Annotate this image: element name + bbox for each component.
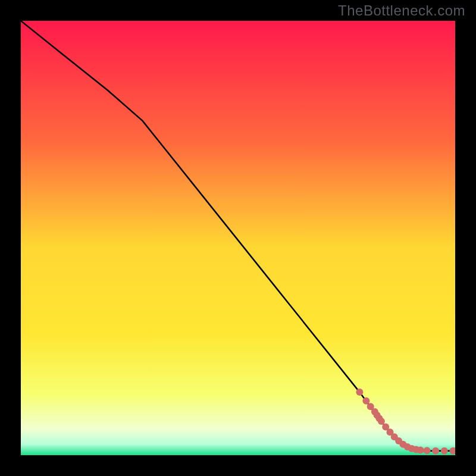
gradient-background [21, 21, 455, 455]
chart-frame: TheBottleneck.com [0, 0, 476, 476]
chart-svg [21, 21, 455, 455]
marker-dot [356, 389, 363, 396]
marker-dot [432, 447, 439, 455]
marker-dot [417, 447, 424, 454]
attribution-text: TheBottleneck.com [338, 2, 465, 19]
marker-dot [441, 447, 448, 455]
marker-dot [424, 447, 431, 454]
marker-dot [378, 418, 385, 425]
marker-dot [362, 397, 369, 405]
plot-area [21, 21, 455, 455]
